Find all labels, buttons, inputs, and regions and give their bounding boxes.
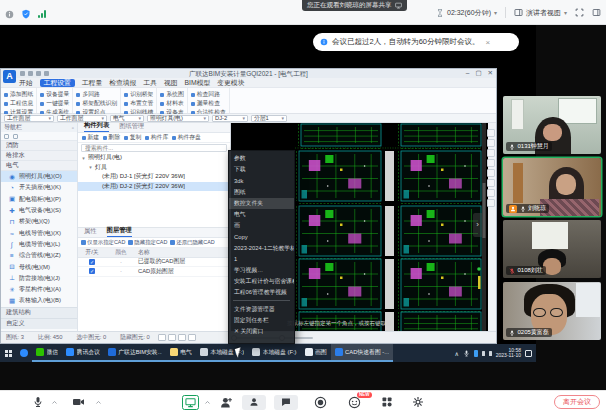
layer-tab[interactable]: 图层管理 [107, 226, 132, 237]
nav-toolbar[interactable] [1, 132, 77, 141]
ribbon-button[interactable]: 桥架配线识别 [76, 99, 117, 108]
tray-mic-icon[interactable] [463, 350, 470, 357]
nav-item[interactable]: ⊥防雷接地(电)(J) [1, 273, 77, 284]
cad-selector-dropdown[interactable]: DJ-2▾ [212, 115, 248, 122]
camera-options-chevron[interactable] [95, 391, 102, 412]
taskbar-app[interactable]: 腾讯会议 [62, 344, 104, 362]
cad-tab[interactable]: 检查填报 [109, 78, 136, 88]
component-tool-button[interactable]: 构件存盘 [172, 133, 201, 142]
cad-tab[interactable]: 视图 [164, 78, 178, 88]
nav-pin-icon[interactable]: ▫ [72, 125, 74, 131]
nav-item[interactable]: ≡综合管线(电)(Z) [1, 250, 77, 261]
participant-video[interactable]: 刘晓琼 [503, 158, 601, 216]
network-signal-icon[interactable] [38, 10, 46, 18]
ribbon-button[interactable]: 设备提量 [40, 90, 69, 99]
jumplist-item[interactable]: 画 [229, 220, 294, 231]
nav-item[interactable]: ≈电线导管(电)(X) [1, 227, 77, 238]
ribbon-button[interactable]: 漏量检查 [191, 99, 226, 108]
nav-item[interactable]: ▣配电箱柜(电)(P) [1, 194, 77, 205]
participant-video[interactable]: 0108刘壮 [503, 220, 601, 278]
cad-tab[interactable]: 工具 [143, 78, 157, 88]
nav-specialty[interactable]: 给排水 [1, 151, 77, 161]
nav-item[interactable]: ⊓桥架(电)(Q) [1, 216, 77, 227]
cad-tab[interactable]: BIM模型 [185, 78, 211, 88]
jumplist-item[interactable]: 工程06管理教学视频 [229, 287, 294, 298]
browser-icon[interactable] [16, 344, 32, 362]
meeting-timer[interactable]: 02:32(60分钟) ▾ [436, 8, 497, 18]
invite-button[interactable] [220, 391, 233, 412]
layer-row[interactable]: ✓·已提取的CAD图层 [78, 258, 230, 268]
nav-item[interactable]: ◉照明灯具(电)(O) [1, 171, 77, 182]
cad-selector-dropdown[interactable]: 分层1▾ [251, 115, 287, 122]
ribbon-button[interactable]: 系统图 [160, 90, 183, 99]
canvas-side-toolbar[interactable] [486, 129, 496, 207]
component-tree-item[interactable]: ▾灯具 [78, 163, 230, 173]
cad-selector-dropdown[interactable]: 工作面层▾ [4, 115, 54, 122]
cad-selector-dropdown[interactable]: 电气▾ [110, 115, 144, 122]
taskbar-app[interactable]: 微信 [32, 344, 62, 362]
component-tab[interactable]: 构件列表 [84, 121, 109, 132]
mic-options-chevron[interactable] [51, 391, 58, 412]
ribbon-button[interactable]: 识别桥架 [124, 90, 153, 99]
security-shield-icon[interactable] [21, 9, 31, 19]
sidebar-collapse-arrow[interactable]: › [473, 213, 482, 237]
nav-section[interactable]: 自定义 [1, 318, 77, 329]
jumplist-item[interactable]: 3dk [229, 175, 294, 186]
cad-tab[interactable]: 工程设置 [40, 79, 75, 87]
maximize-icon[interactable]: ▢ [475, 69, 481, 77]
jumplist-item[interactable]: 参数 [229, 153, 294, 164]
component-tool-button[interactable]: 复制 [124, 133, 141, 142]
layer-filter-button[interactable]: 还原已隐藏CAD [170, 239, 214, 246]
ribbon-button[interactable]: 一键提量 [40, 99, 69, 108]
component-tree-item[interactable]: ▾照明灯具(电) [78, 153, 230, 163]
share-options-chevron[interactable] [204, 391, 211, 412]
meeting-info-icon[interactable] [5, 10, 14, 19]
nav-item[interactable]: ∫电缆导管(电)(L) [1, 239, 77, 250]
component-search-input[interactable] [81, 144, 227, 152]
nav-section[interactable]: 建筑结构 [1, 307, 77, 318]
jumplist-item[interactable]: 安装工程计价与宿舍课程设计2023 [229, 276, 294, 287]
hidden-icons-chevron[interactable]: ∧ [454, 350, 458, 357]
component-tab[interactable]: 图纸管理 [119, 122, 144, 132]
participants-button[interactable] [242, 391, 266, 412]
nav-item[interactable]: ✚电气设备(电)(S) [1, 205, 77, 216]
nav-item[interactable]: ◔开关插座(电)(K) [1, 182, 77, 193]
jumplist-action[interactable]: 固定到任务栏 [229, 315, 294, 326]
record-button[interactable] [314, 391, 327, 412]
checkbox-checked-icon[interactable]: ✓ [89, 259, 95, 265]
close-icon[interactable]: ✕ [488, 69, 493, 77]
jumplist-item[interactable]: 电气 [229, 209, 294, 220]
ribbon-button[interactable]: 多回路 [76, 90, 117, 99]
component-tool-button[interactable]: 删除 [103, 133, 120, 142]
participant-video[interactable]: 0205黄富磊 [503, 282, 601, 340]
leave-meeting-button[interactable]: 离开会议 [554, 395, 600, 409]
jumplist-item[interactable]: 图纸 [229, 187, 294, 198]
jumplist-item[interactable]: 数控文件夹 [229, 198, 294, 209]
jumplist-item[interactable]: Copy [229, 231, 294, 242]
fullscreen-icon[interactable] [575, 8, 584, 17]
component-tree-item[interactable]: (未用) DJ-2 [荧光灯 220V 36W] [78, 182, 230, 192]
nav-item[interactable]: ▦表格输入(电)(B) [1, 295, 77, 306]
ribbon-button[interactable]: 布置立管 [124, 99, 153, 108]
nav-item[interactable]: ⊟母线(电)(M) [1, 261, 77, 272]
camera-button[interactable] [72, 391, 85, 412]
reactions-button[interactable]: NEW [348, 391, 361, 412]
share-screen-button[interactable] [182, 391, 199, 412]
layer-row[interactable]: ✓·CAD原始图层 [78, 267, 230, 277]
status-toggle-icons[interactable] [158, 334, 196, 341]
ribbon-button[interactable]: 材料表 [160, 99, 183, 108]
participant-video[interactable]: 0131钟慧月 [503, 96, 601, 154]
nav-specialty[interactable]: 消防 [1, 141, 77, 151]
taskbar-app[interactable]: 广联达BIM安装… [104, 344, 166, 362]
component-tool-button[interactable]: 新建 [82, 133, 99, 142]
minimize-icon[interactable]: – [466, 69, 470, 77]
cad-tab[interactable]: 开始 [19, 78, 33, 88]
jumplist-item[interactable]: 学习视频… [229, 265, 294, 276]
chat-button[interactable] [274, 391, 298, 412]
action-center-icon[interactable] [525, 350, 532, 357]
mic-button[interactable] [32, 391, 44, 412]
cad-tab[interactable]: 变更模块 [217, 78, 244, 88]
start-button[interactable] [0, 344, 16, 362]
volume-icon[interactable] [482, 351, 485, 356]
nav-item[interactable]: ✳零星构件(电)(A) [1, 284, 77, 295]
